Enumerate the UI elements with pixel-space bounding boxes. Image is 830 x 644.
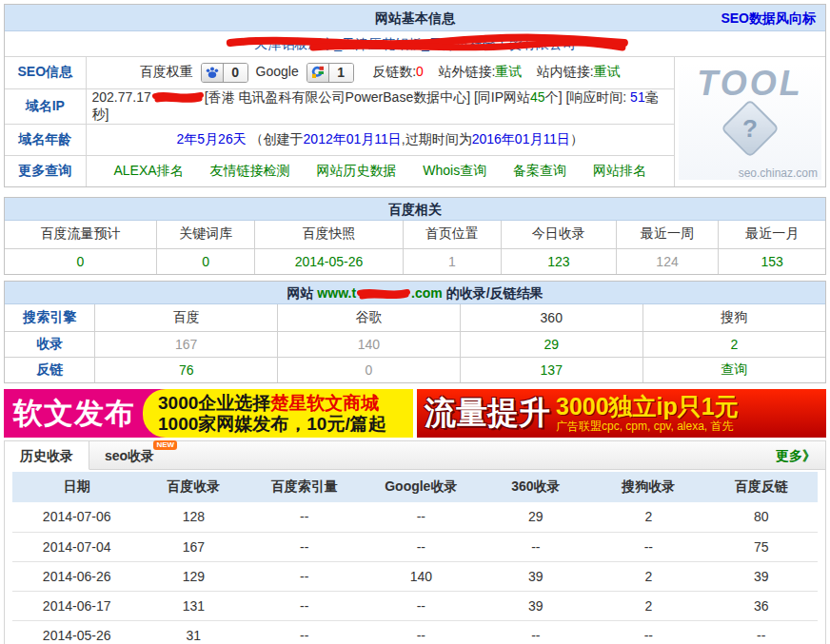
col-baidu-backlinks: 百度反链 bbox=[705, 472, 818, 502]
col-last-month: 最近一月 bbox=[719, 221, 825, 248]
col-baidu-snapshot: 百度快照 bbox=[255, 221, 403, 248]
cell-sogou-included: -- bbox=[592, 620, 704, 644]
ad-left-body: 3000企业选择楚星软文商城 1000家网媒发布，10元/篇起 bbox=[143, 389, 413, 438]
expire-date: 2016年01月11日 bbox=[472, 131, 570, 146]
last-month-value[interactable]: 153 bbox=[719, 248, 825, 274]
collect-title-suffix: 的收录/反链结果 bbox=[443, 285, 543, 301]
google-pr-label: Google bbox=[256, 64, 299, 79]
seo-chinaz-logo: TOOL ? seo.chinaz.com bbox=[679, 64, 821, 180]
sogou-included[interactable]: 2 bbox=[642, 331, 825, 357]
tab-seo-included[interactable]: seo收录 NEW bbox=[89, 441, 169, 469]
today-indexed-value[interactable]: 123 bbox=[502, 248, 617, 274]
ad-left-line2: 1000家网媒发布，10元/篇起 bbox=[158, 414, 413, 435]
collect-title-prefix: 网站 bbox=[287, 285, 317, 301]
col-sogou-included: 搜狗收录 bbox=[592, 472, 704, 502]
table-row: 2014-05-26 31 -- -- -- -- -- bbox=[12, 620, 818, 644]
backlink-row: 反链 76 0 137 查询 bbox=[5, 357, 825, 382]
cell-baidu-index: -- bbox=[246, 620, 363, 644]
cell-sogou-included: 2 bbox=[592, 591, 704, 620]
baidu-weight-badge[interactable]: 0 bbox=[201, 63, 248, 83]
cell-baidu-backlinks: 36 bbox=[705, 591, 818, 620]
cell-baidu-index: -- bbox=[246, 591, 363, 620]
cell-baidu-backlinks: -- bbox=[705, 620, 818, 644]
table-row: 2014-07-04 167 -- -- -- -- 75 bbox=[12, 532, 818, 561]
backlinks-label: 反链数: bbox=[372, 64, 416, 79]
ad-left-line1: 3000企业选择 bbox=[158, 393, 270, 413]
so360-included[interactable]: 29 bbox=[460, 331, 642, 357]
keyword-lib-value[interactable]: 0 bbox=[156, 248, 254, 274]
col-360-included: 360收录 bbox=[480, 472, 592, 502]
logo-site-text: seo.chinaz.com bbox=[739, 166, 818, 180]
collect-result-panel: 网站 www.t.com 的收录/反链结果 搜索引擎 百度 谷歌 360 搜狗 … bbox=[4, 281, 826, 383]
basic-info-panel: 网站基本信息 SEO数据风向标 天津铝板厂家_天津压花铝板_天津市祥金工贸有限公… bbox=[4, 4, 826, 187]
same-ip-sites: [同IP网站45个] bbox=[474, 89, 565, 105]
cell-date: 2014-07-04 bbox=[12, 532, 141, 561]
col-home-position: 首页位置 bbox=[403, 221, 501, 248]
included-row: 收录 167 140 29 2 bbox=[5, 331, 825, 357]
ip-address: 202.77.17 bbox=[92, 89, 151, 105]
col-google-included: Google收录 bbox=[363, 472, 480, 502]
baidu-traffic-value[interactable]: 0 bbox=[5, 248, 156, 274]
cell-baidu-backlinks: 75 bbox=[705, 532, 818, 561]
redaction-scribble bbox=[151, 89, 205, 105]
ad-left-title: 软文发布 bbox=[4, 394, 143, 434]
link-site-history-data[interactable]: 网站历史数据 bbox=[316, 163, 396, 178]
home-position-value: 1 bbox=[403, 248, 501, 274]
baidu-snapshot-value[interactable]: 2014-05-26 bbox=[255, 248, 403, 274]
sogou-query-link[interactable]: 查询 bbox=[721, 361, 747, 377]
cell-baidu-included: 31 bbox=[141, 620, 246, 644]
site-domain: www.t.com bbox=[317, 285, 442, 301]
backlink-label: 反链 bbox=[5, 357, 95, 382]
baidu-related-columns: 百度流量预计 关键词库 百度快照 首页位置 今日收录 最近一周 最近一月 bbox=[5, 221, 825, 248]
seo-trend-link[interactable]: SEO数据风向标 bbox=[721, 5, 816, 31]
cell-date: 2014-05-26 bbox=[12, 620, 141, 644]
cell-baidu-included: 131 bbox=[141, 591, 246, 620]
cell-360-included: -- bbox=[480, 620, 592, 644]
cell-360-included: 39 bbox=[480, 591, 592, 620]
more-link[interactable]: 更多》 bbox=[776, 441, 816, 470]
basic-info-title: 网站基本信息 bbox=[375, 10, 455, 26]
baidu-backlinks[interactable]: 76 bbox=[95, 357, 278, 382]
backlinks-value: 0 bbox=[416, 64, 424, 79]
cell-google-included: 140 bbox=[363, 561, 480, 591]
ad-right-body: 3000独立ip只1元 广告联盟cpc, cpm, cpv, alexa, 首先 bbox=[556, 394, 739, 433]
col-date: 日期 bbox=[12, 472, 141, 502]
external-links-label: 站外链接: bbox=[438, 64, 495, 79]
internal-links-retry[interactable]: 重试 bbox=[594, 64, 621, 79]
cell-baidu-backlinks: 39 bbox=[705, 561, 818, 591]
tool-logo-cell: TOOL ? seo.chinaz.com bbox=[675, 57, 826, 186]
google-backlinks: 0 bbox=[278, 357, 461, 382]
col-baidu-traffic: 百度流量预计 bbox=[5, 221, 156, 248]
history-panel: 历史收录 seo收录 NEW 更多》 日期 百度收录 百度索引量 Google收… bbox=[4, 440, 826, 644]
col-today-indexed: 今日收录 bbox=[502, 221, 617, 248]
same-ip-count[interactable]: 45 bbox=[530, 89, 545, 105]
link-site-rank[interactable]: 网站排名 bbox=[593, 163, 646, 178]
sogou-backlinks-query: 查询 bbox=[642, 357, 825, 382]
response-time-value: 51 bbox=[630, 89, 645, 105]
so360-backlinks[interactable]: 137 bbox=[460, 357, 642, 382]
ad-right-line2: 广告联盟cpc, cpm, cpv, alexa, 首先 bbox=[556, 420, 739, 433]
tab-history-included[interactable]: 历史收录 bbox=[5, 441, 89, 470]
expire-join: ,过期时间为 bbox=[402, 131, 472, 146]
external-links-retry[interactable]: 重试 bbox=[495, 64, 522, 79]
cell-baidu-index: -- bbox=[246, 561, 363, 591]
link-alexa-rank[interactable]: ALEXA排名 bbox=[114, 163, 184, 178]
baidu-related-title: 百度相关 bbox=[388, 202, 442, 217]
link-icp-query[interactable]: 备案查询 bbox=[513, 163, 566, 178]
table-row: 2014-07-06 128 -- -- 29 2 80 bbox=[12, 502, 818, 532]
link-whois-query[interactable]: Whois查询 bbox=[423, 163, 486, 178]
ad-banner-soft-article[interactable]: 软文发布 3000企业选择楚星软文商城 1000家网媒发布，10元/篇起 bbox=[4, 389, 413, 438]
ad-banner-traffic-boost[interactable]: 流量提升 3000独立ip只1元 广告联盟cpc, cpm, cpv, alex… bbox=[417, 389, 826, 438]
cell-360-included: 29 bbox=[480, 502, 592, 532]
collect-result-header: 网站 www.t.com 的收录/反链结果 bbox=[5, 282, 825, 304]
cell-baidu-backlinks: 80 bbox=[705, 502, 818, 532]
ad-left-line1-highlight: 楚星软文商城 bbox=[270, 393, 379, 413]
cell-google-included: -- bbox=[363, 620, 480, 644]
ip-location: [香港 电讯盈科有限公司PowerBase数据中心] bbox=[205, 89, 470, 105]
link-friend-links-check[interactable]: 友情链接检测 bbox=[210, 163, 290, 178]
cell-google-included: -- bbox=[363, 591, 480, 620]
seo-info-row: SEO信息 百度权重 0 Google bbox=[5, 57, 825, 88]
google-pr-badge[interactable]: 1 bbox=[306, 63, 354, 83]
baidu-related-panel: 百度相关 百度流量预计 关键词库 百度快照 首页位置 今日收录 最近一周 最近一… bbox=[4, 197, 826, 275]
history-tab-bar: 历史收录 seo收录 NEW 更多》 bbox=[5, 441, 825, 470]
